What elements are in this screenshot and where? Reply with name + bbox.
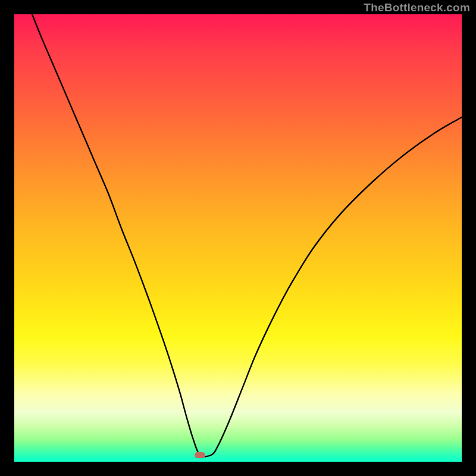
plot-area: [14, 14, 462, 462]
curve-layer: [14, 14, 462, 462]
optimal-point-marker: [195, 452, 205, 458]
chart-frame: TheBottleneck.com: [0, 0, 476, 476]
watermark-text: TheBottleneck.com: [364, 1, 470, 14]
bottleneck-curve: [32, 14, 462, 456]
